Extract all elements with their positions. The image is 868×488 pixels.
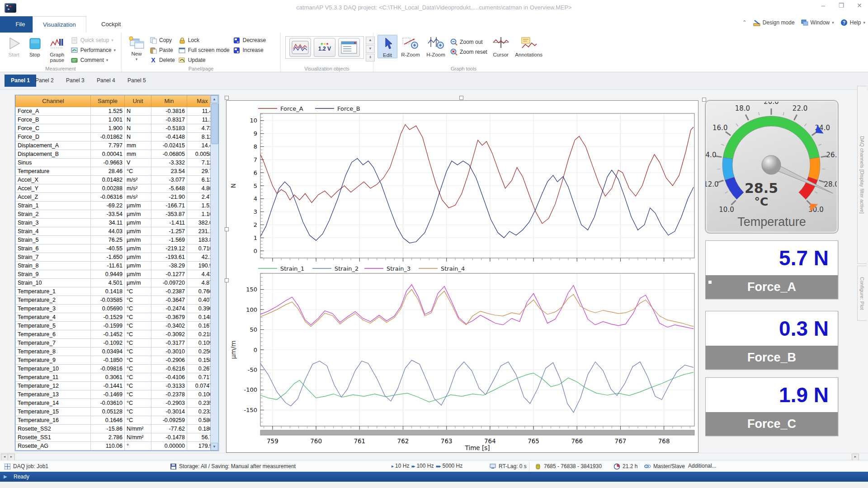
sidetab-configure-plot[interactable]: Configure: Plot	[857, 266, 867, 321]
additional-status[interactable]: Additional...	[688, 463, 717, 469]
panel-tab-4[interactable]: Panel 4	[90, 75, 122, 87]
full-screen-button[interactable]: Full screen mode	[179, 45, 230, 55]
h-zoom-button[interactable]: H-Zoom	[424, 35, 448, 57]
r-zoom-button[interactable]: R-Zoom	[398, 35, 423, 57]
help-menu-button[interactable]: ? Help▾	[840, 19, 865, 26]
table-row[interactable]: Temperature_10-0.09816°C-0.62160.2674	[16, 365, 218, 373]
table-row[interactable]: Strain_7-1.650µm/m-193.6142.10	[16, 253, 218, 262]
table-row[interactable]: Sinus-0.9663V-3.3327.120	[16, 159, 218, 167]
table-row[interactable]: Rosette_AG110.06°0.00000179.96	[16, 442, 218, 450]
table-row[interactable]: Temperature_12-0.1441°C-0.31330.07471	[16, 382, 218, 390]
digital-object-button[interactable]: 1.2 V	[314, 38, 335, 57]
table-row[interactable]: Temperature_13-0.1469°C-0.23780.1061	[16, 390, 218, 399]
column-header-channel[interactable]: Channel	[16, 95, 91, 107]
edit-button[interactable]: Edit	[377, 35, 397, 58]
selection-handle[interactable]	[225, 227, 229, 231]
table-row[interactable]: Temperature_5-0.1599°C-0.34020.1670	[16, 322, 218, 330]
column-header-min[interactable]: Min	[151, 95, 187, 107]
column-header-unit[interactable]: Unit	[125, 95, 151, 107]
panel-tab-5[interactable]: Panel 5	[121, 75, 152, 87]
table-row[interactable]: Temperature_80.03494°C-0.30100.2504	[16, 347, 218, 356]
tab-cockpit[interactable]: Cockpit	[91, 16, 131, 33]
cursor-button[interactable]: Cursor	[490, 35, 512, 57]
table-row[interactable]: Strain_2-33.54µm/m-353.871.162	[16, 210, 218, 219]
design-mode-button[interactable]: Design mode	[753, 19, 795, 26]
panel-tab-3[interactable]: Panel 3	[60, 75, 91, 87]
annotations-button[interactable]: Annotations	[513, 35, 545, 57]
sidetab-daq-channels[interactable]: DAQ channels [Display filter active]	[857, 86, 867, 264]
channel-table[interactable]: ChannelSampleUnitMinMax Force_A1.525N-0.…	[15, 95, 219, 451]
storage-status[interactable]: Storage: All / Saving: Manual after meas…	[170, 463, 296, 470]
table-row[interactable]: Force_A1.525N-0.381611.42	[16, 107, 218, 116]
performance-button[interactable]: Performance▾	[71, 45, 116, 55]
table-header-row[interactable]: ChannelSampleUnitMinMax	[16, 95, 218, 107]
digital-display-force-b[interactable]: 0.3 N Force_B	[705, 311, 838, 370]
table-row[interactable]: Rosette_SS12.786N/mm²-0.147856.77	[16, 433, 218, 442]
table-row[interactable]: Temperature_160.1646°C-0.092590.5804	[16, 416, 218, 425]
table-row[interactable]: Temperature_10.1418°C-0.23870.7663	[16, 287, 218, 296]
temperature-gauge[interactable]: 10.012.014.016.018.020.022.024.026.028.0…	[705, 100, 838, 233]
table-row[interactable]: Temperature_30.05690°C-0.24740.3905	[16, 305, 218, 313]
table-row[interactable]: Strain_576.25µm/m-1.569183.85	[16, 236, 218, 244]
table-row[interactable]: Strain_1-69.22µm/m-166.711.517	[16, 202, 218, 210]
window-menu-button[interactable]: Window▾	[801, 19, 834, 26]
table-row[interactable]: Temperature_7-0.1092°C-0.31770.1096	[16, 339, 218, 347]
copy-button[interactable]: Copy	[150, 35, 175, 45]
table-row[interactable]: Accel_X0.01482m/s²-3.0776.132	[16, 176, 218, 184]
table-row[interactable]: Temperature_9-0.1850°C-0.29060.1585	[16, 356, 218, 365]
new-panel-button[interactable]: New ▾	[126, 35, 147, 62]
table-row[interactable]: Strain_8-11.61µm/m-38.29190.96	[16, 262, 218, 270]
table-row[interactable]: Accel_Y0.00288m/s²-5.6484.808	[16, 184, 218, 193]
delete-button[interactable]: X Delete	[150, 55, 175, 65]
table-row[interactable]: Accel_Z-0.06316m/s²-21.902.476	[16, 193, 218, 202]
scroll-up-icon[interactable]: ▲	[211, 95, 218, 103]
scroll-right-icon[interactable]: ▸	[8, 454, 15, 460]
table-row[interactable]: Temperature_4-0.1529°C-0.36790.1482	[16, 313, 218, 322]
paste-button[interactable]: Paste	[150, 45, 175, 55]
table-scrollbar[interactable]: ▲ ▼	[210, 95, 218, 450]
tab-visualization[interactable]: Visualization	[33, 16, 86, 33]
decrease-button[interactable]: Decrease	[233, 35, 266, 45]
selection-handle[interactable]	[459, 96, 463, 100]
scroll-left-icon[interactable]: ◂	[1, 454, 8, 460]
table-row[interactable]: Strain_334.11µm/m-1.411382.04	[16, 219, 218, 227]
table-row[interactable]: Temperature28.46°C23.5429.77	[16, 167, 218, 176]
selection-handle[interactable]	[225, 278, 229, 282]
digital-display-force-a[interactable]: 5.7 N Force_A	[705, 240, 838, 299]
start-button[interactable]: Start	[4, 35, 24, 57]
quick-setup-button[interactable]: Quick setup▾	[71, 35, 116, 45]
selection-handle[interactable]	[708, 280, 712, 284]
digital-display-force-c[interactable]: 1.9 N Force_C	[705, 377, 838, 436]
graph-pause-button[interactable]: Graph pause	[46, 35, 69, 63]
ribbon-collapse-button[interactable]: ⌃	[742, 19, 747, 26]
table-row[interactable]: Strain_104.501µm/m-0.097204.873	[16, 279, 218, 287]
daq-job-status[interactable]: DAQ job: Job1	[4, 463, 48, 470]
scope-object-button[interactable]	[289, 38, 311, 57]
panel-object-button[interactable]	[338, 38, 360, 57]
table-row[interactable]: Strain_444.03µm/m-1.257231.19	[16, 227, 218, 236]
selection-handle[interactable]	[225, 96, 229, 100]
table-row[interactable]: Force_D-0.01862N-0.41488.120	[16, 133, 218, 141]
increase-button[interactable]: Increase	[233, 45, 266, 55]
table-row[interactable]: Temperature_110.3061°C-0.41060.7174	[16, 373, 218, 382]
table-row[interactable]: Force_B1.001N-0.831711.18	[16, 116, 218, 124]
table-row[interactable]: Temperature_2-0.03585°C-0.36470.4075	[16, 296, 218, 305]
table-row[interactable]: Rosette_SS2-15.86N/mm²-77.620.1809	[16, 425, 218, 433]
table-row[interactable]: Temperature_150.05128°C-0.30140.2329	[16, 408, 218, 416]
scroll-right-end-icon[interactable]: ▸	[852, 454, 859, 460]
table-row[interactable]: Strain_90.9449µm/m-0.12774.433	[16, 270, 218, 279]
table-row[interactable]: Strain_6-40.55µm/m-219.120.7166	[16, 244, 218, 253]
scrollbar-thumb[interactable]	[211, 103, 218, 144]
panel-tab-2[interactable]: Panel 2	[29, 75, 60, 87]
zoom-reset-button[interactable]: Zoom reset	[450, 47, 487, 57]
close-icon[interactable]: ✕	[854, 2, 865, 9]
lock-button[interactable]: Lock	[179, 35, 230, 45]
column-header-sample[interactable]: Sample	[91, 95, 125, 107]
selection-handle[interactable]	[702, 98, 706, 102]
table-row[interactable]: Temperature_6-0.1452°C-0.30920.2184	[16, 330, 218, 339]
stop-button[interactable]: Stop	[25, 35, 45, 57]
zoom-out-button[interactable]: Zoom out	[450, 37, 487, 47]
chart-panel[interactable]: 012345678910Force_AForce_BN-150-100-5005…	[226, 100, 698, 453]
minimize-icon[interactable]: –	[817, 2, 829, 9]
table-row[interactable]: Temperature_14-0.03610°C-0.29030.2354	[16, 399, 218, 408]
